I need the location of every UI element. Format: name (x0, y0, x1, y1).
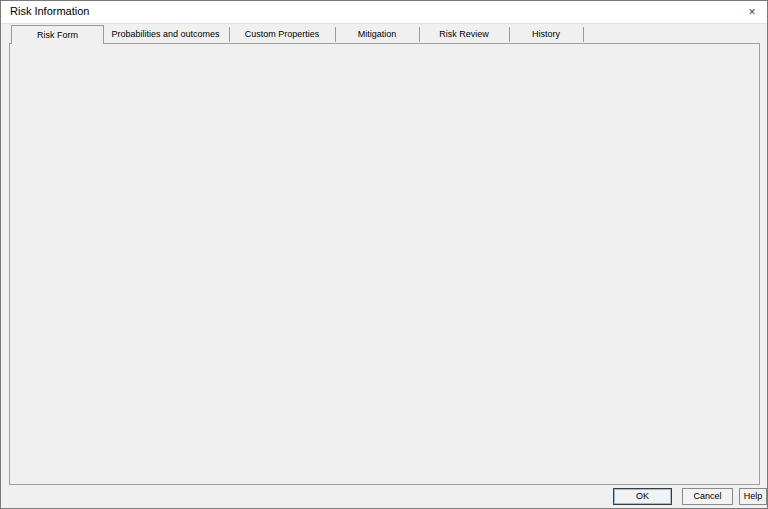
tab-mitigation[interactable]: Mitigation (335, 27, 420, 42)
risk-form-page (9, 43, 760, 485)
help-button[interactable]: Help (739, 488, 767, 505)
tab-risk-form[interactable]: Risk Form (11, 25, 104, 44)
ok-button[interactable]: OK (613, 488, 672, 505)
tab-custom-properties[interactable]: Custom Properties (229, 27, 336, 42)
window-title: Risk Information (10, 5, 89, 17)
close-icon: × (748, 5, 755, 19)
cancel-button[interactable]: Cancel (682, 488, 733, 505)
title-bar: Risk Information × (1, 1, 767, 24)
tab-risk-review[interactable]: Risk Review (419, 27, 510, 42)
tab-history[interactable]: History (509, 27, 584, 42)
close-button[interactable]: × (737, 1, 767, 23)
tab-probabilities-and-outcomes[interactable]: Probabilities and outcomes (102, 27, 230, 42)
risk-information-dialog: Risk Information × Risk Form Probabiliti… (0, 0, 768, 509)
